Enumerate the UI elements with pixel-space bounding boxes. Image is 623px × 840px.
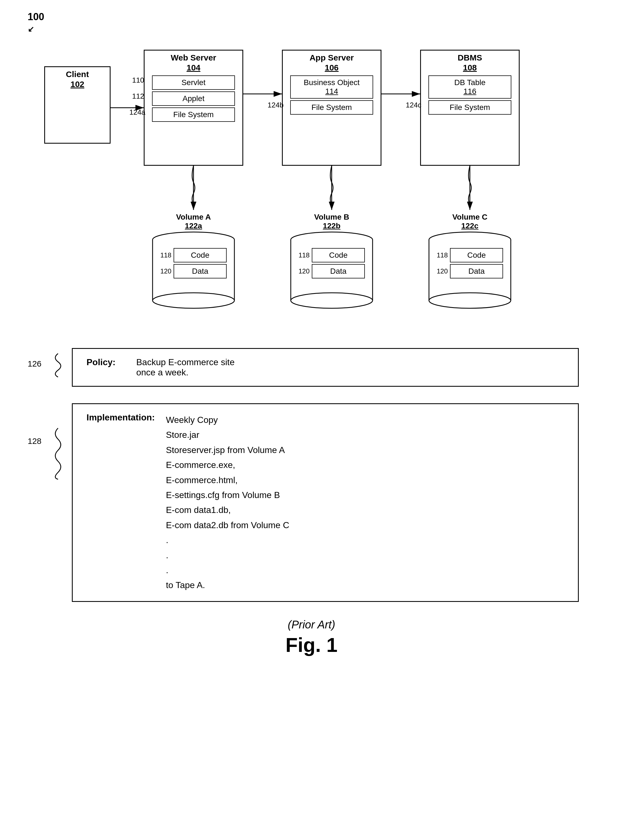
vol-a-code-ref: 118 [160, 251, 171, 259]
svg-point-25 [429, 293, 511, 308]
impl-item-6: E-com data1.db, [166, 502, 289, 517]
policy-key: Policy: [86, 357, 125, 367]
vol-c-data-box: Data [450, 264, 503, 278]
implementation-box: Implementation: Weekly Copy Store.jar St… [72, 403, 579, 602]
impl-item-1: Store.jar [166, 427, 289, 442]
policy-squiggle [41, 351, 64, 378]
filesystem-c-ref: 124c [406, 101, 421, 109]
impl-item-3: E-commerce.exe, [166, 457, 289, 472]
filesystem-c-box: File System [428, 100, 512, 115]
policy-section: 126 Policy: Backup E-commerce site once … [22, 348, 601, 602]
fig-ref-number: 100 ↙ [28, 11, 44, 34]
vol-a-code-box: Code [173, 248, 227, 262]
impl-item-tape: to Tape A. [166, 578, 289, 592]
implementation-wrapper: 128 Implementation: Weekly Copy Store.ja… [22, 403, 601, 602]
app-server-label: App Server 106 [283, 50, 381, 73]
client-box: Client 102 [44, 66, 110, 144]
svg-point-20 [291, 293, 373, 308]
caption-area: (Prior Art) Fig. 1 [22, 618, 601, 673]
impl-item-dots-1: . [166, 532, 289, 548]
impl-key: Implementation: [86, 412, 155, 422]
filesystem-a-box: File System [152, 107, 235, 122]
filesystem-a-ref: 124a [129, 108, 146, 116]
fig-number-text: 100 [28, 11, 44, 22]
volume-b-label: Volume B [314, 213, 349, 221]
impl-items: Weekly Copy Store.jar Storeserver.jsp fr… [166, 412, 289, 593]
business-object-box: Business Object 114 [290, 75, 373, 99]
volume-c-container: Volume C 122c 118 Code 120 [428, 213, 511, 309]
impl-item-4: E-commerce.html, [166, 473, 289, 488]
impl-item-5: E-settings.cfg from Volume B [166, 488, 289, 502]
policy-ref: 126 [28, 359, 41, 369]
web-server-box: Web Server 104 110 Servlet 112 Applet 12… [144, 50, 243, 166]
web-server-label: Web Server 104 [144, 50, 242, 73]
impl-item-2: Storeserver.jsp from Volume A [166, 442, 289, 457]
dbms-box: DBMS 108 DB Table 116 124c File System [420, 50, 520, 166]
policy-wrapper: 126 Policy: Backup E-commerce site once … [22, 348, 601, 387]
page-container: 100 ↙ [0, 0, 623, 840]
volume-c-label: Volume C [452, 213, 487, 221]
db-table-box: DB Table 116 [428, 75, 512, 99]
applet-box: Applet [152, 92, 235, 106]
impl-item-dots-3: . [166, 563, 289, 578]
vol-b-data-box: Data [312, 264, 365, 278]
vol-a-data-ref: 120 [160, 268, 171, 275]
vol-c-code-box: Code [450, 248, 503, 262]
impl-item-0: Weekly Copy [166, 412, 289, 427]
servlet-box: Servlet [152, 75, 235, 90]
vol-c-code-ref: 118 [437, 251, 448, 259]
impl-squiggle [41, 425, 64, 480]
svg-marker-8 [192, 204, 195, 210]
app-server-box: App Server 106 Business Object 114 124b … [282, 50, 381, 166]
volume-b-ref: 122b [323, 222, 341, 230]
volume-c-ref: 122c [461, 222, 479, 230]
volume-a-ref: 122a [185, 222, 202, 230]
vol-a-data-box: Data [173, 264, 227, 278]
applet-ref: 112 [132, 92, 144, 101]
dbms-label: DBMS 108 [421, 50, 519, 73]
vol-b-data-ref: 120 [299, 268, 310, 275]
impl-ref: 128 [28, 436, 41, 446]
vol-b-code-box: Code [312, 248, 365, 262]
volume-b-container: Volume B 122b 118 Code 120 [290, 213, 373, 309]
svg-marker-10 [468, 204, 472, 210]
volume-a-label: Volume A [176, 213, 211, 221]
impl-item-dots-2: . [166, 548, 289, 563]
fig-ref-arrow: ↙ [28, 25, 34, 34]
filesystem-b-ref: 124b [267, 101, 284, 109]
svg-marker-9 [330, 204, 334, 210]
vol-b-code-ref: 118 [299, 251, 310, 259]
vol-c-data-ref: 120 [437, 268, 448, 275]
architecture-diagram: Client 102 Web Server 104 110 Servlet 11… [22, 33, 601, 326]
filesystem-b-box: File System [290, 100, 373, 115]
svg-point-15 [153, 293, 235, 308]
policy-box: Policy: Backup E-commerce site once a we… [72, 348, 579, 387]
policy-value: Backup E-commerce site once a week. [136, 357, 235, 378]
client-label: Client 102 [45, 67, 110, 90]
servlet-ref: 110 [132, 76, 144, 84]
volume-a-container: Volume A 122a 118 Code [152, 213, 235, 309]
impl-item-7: E-com data2.db from Volume C [166, 518, 289, 532]
fig-title: Fig. 1 [22, 633, 601, 656]
prior-art-text: (Prior Art) [22, 618, 601, 631]
